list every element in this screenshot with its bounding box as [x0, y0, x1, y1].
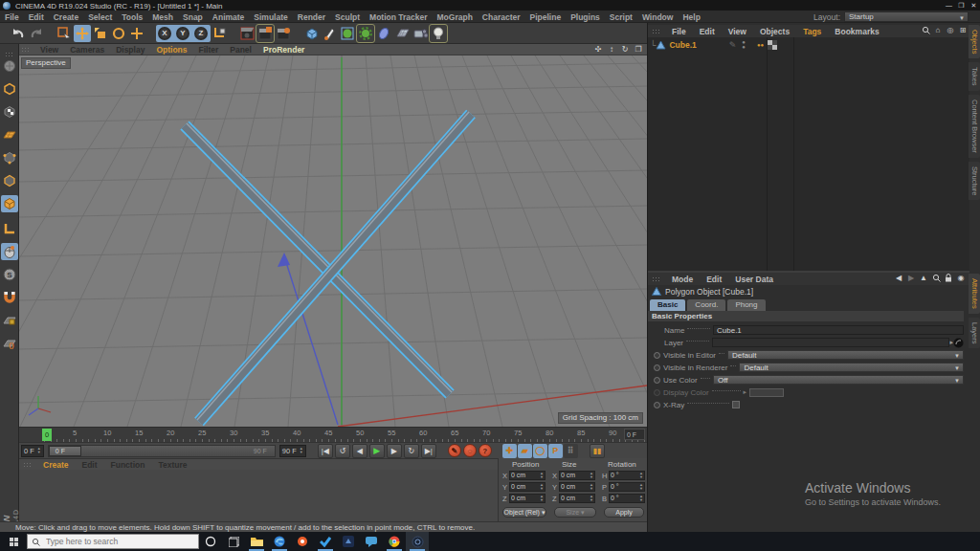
- viewport-menu-view[interactable]: View: [34, 45, 64, 55]
- file-explorer-icon[interactable]: [245, 532, 268, 551]
- viewport-menu-display[interactable]: Display: [110, 45, 150, 55]
- side-tab-objects[interactable]: Objects: [969, 25, 980, 58]
- menu-edit[interactable]: Edit: [24, 11, 49, 24]
- viewport-menu-panel[interactable]: Panel: [224, 45, 257, 55]
- menu-file[interactable]: File: [0, 11, 24, 24]
- name-input[interactable]: [714, 327, 963, 335]
- selection-tag-icon[interactable]: ●●: [757, 42, 764, 48]
- size-mode-dropdown[interactable]: Size ▾: [554, 507, 596, 518]
- layer-field[interactable]: [712, 338, 949, 347]
- lock-workplane-button[interactable]: [1, 312, 18, 329]
- object-tree[interactable]: └ Cube.1 ✎ ●● ●●: [648, 37, 969, 271]
- start-frame-spinner[interactable]: 0 F ▲▼: [21, 445, 44, 457]
- polygon-mode-button[interactable]: [1, 195, 18, 212]
- material-menu-function[interactable]: Function: [104, 460, 152, 470]
- size-x-input[interactable]: [561, 472, 588, 478]
- layer-browser-icon[interactable]: [953, 338, 964, 348]
- visible-editor-dropdown[interactable]: Default▼: [727, 350, 964, 360]
- live-selection-tool[interactable]: [56, 25, 73, 42]
- taskbar-search[interactable]: [27, 534, 199, 549]
- key-rotation-toggle[interactable]: ◯: [533, 444, 547, 458]
- menu-mesh[interactable]: Mesh: [147, 11, 178, 24]
- move-tool[interactable]: [74, 25, 91, 42]
- side-tab-layers[interactable]: Layers: [969, 318, 980, 349]
- pos-y-input[interactable]: [511, 483, 538, 490]
- loop-button[interactable]: ↻: [404, 444, 419, 458]
- autokey-button[interactable]: ◌: [463, 444, 477, 457]
- om-filter-icon[interactable]: ◎: [946, 26, 955, 35]
- make-editable-button[interactable]: [1, 57, 18, 75]
- goto-start-button[interactable]: |◀: [318, 444, 333, 458]
- rot-h-input[interactable]: [611, 472, 637, 478]
- material-menu-create[interactable]: Create: [36, 460, 75, 470]
- object-row-cube1[interactable]: └ Cube.1 ✎ ●● ●●: [650, 39, 777, 51]
- minimize-button[interactable]: —: [943, 0, 955, 11]
- render-to-picture-viewer-button[interactable]: [256, 25, 274, 42]
- add-light-button[interactable]: [430, 25, 447, 42]
- menu-help[interactable]: Help: [678, 11, 704, 24]
- menu-motion-tracker[interactable]: Motion Tracker: [365, 11, 432, 24]
- viewport-menu-filter[interactable]: Filter: [193, 45, 225, 55]
- rot-b-field[interactable]: ▲▼: [609, 494, 645, 503]
- spinner-arrows-icon[interactable]: ▲▼: [300, 447, 303, 454]
- start-button[interactable]: [0, 532, 27, 551]
- add-generator-button[interactable]: [357, 25, 374, 42]
- material-menu-texture[interactable]: Texture: [151, 460, 193, 470]
- x-axis-lock-button[interactable]: X: [156, 25, 173, 42]
- add-cube-primitive-button[interactable]: [302, 25, 320, 42]
- menu-tools[interactable]: Tools: [117, 11, 147, 24]
- viewport-pan-icon[interactable]: ✣: [593, 45, 603, 55]
- animation-dot-icon[interactable]: [654, 377, 660, 384]
- rotate-tool[interactable]: [110, 25, 127, 42]
- om-menu-objects[interactable]: Objects: [753, 27, 796, 36]
- workplane-mode-button[interactable]: [1, 126, 18, 143]
- material-menu-grip[interactable]: [23, 462, 33, 468]
- menu-simulate[interactable]: Simulate: [249, 11, 292, 24]
- maximize-button[interactable]: ❐: [955, 0, 968, 11]
- close-button[interactable]: ✕: [968, 0, 980, 11]
- rot-h-field[interactable]: ▲▼: [609, 471, 645, 480]
- viewport-scene[interactable]: [19, 55, 647, 427]
- tab-coord[interactable]: Coord.: [687, 299, 725, 311]
- om-menu-tags[interactable]: Tags: [796, 27, 828, 36]
- end-frame-spinner[interactable]: 90 F ▲▼: [279, 445, 306, 457]
- spinner-arrows-icon[interactable]: ▲▼: [37, 447, 41, 454]
- rot-b-input[interactable]: [611, 495, 637, 501]
- om-menu-file[interactable]: File: [665, 27, 693, 36]
- viewport-menu-grip[interactable]: [21, 47, 31, 53]
- visible-renderer-dropdown[interactable]: Default▼: [739, 363, 964, 372]
- am-menu-grip[interactable]: [652, 276, 661, 282]
- keyframe-bars-icon[interactable]: ▮▮: [590, 444, 605, 458]
- chat-app-icon[interactable]: [360, 532, 383, 551]
- viewport-menu-cameras[interactable]: Cameras: [64, 45, 110, 55]
- om-menu-edit[interactable]: Edit: [693, 27, 722, 36]
- layout-dropdown[interactable]: Startup ▼: [844, 11, 969, 22]
- viewport-rotate-icon[interactable]: ↻: [620, 45, 630, 55]
- add-subdivision-surface-button[interactable]: [339, 25, 356, 42]
- om-menu-grip[interactable]: [652, 29, 661, 34]
- am-back-icon[interactable]: ◀: [894, 274, 903, 283]
- render-settings-button[interactable]: [275, 25, 292, 42]
- viewport-menu-options[interactable]: Options: [150, 45, 192, 55]
- material-menu-edit[interactable]: Edit: [75, 460, 103, 470]
- lock-icon[interactable]: [944, 274, 953, 283]
- cube-object[interactable]: [185, 112, 471, 422]
- pos-z-field[interactable]: ▲▼: [509, 494, 546, 503]
- tab-basic[interactable]: Basic: [650, 299, 685, 311]
- menu-window[interactable]: Window: [637, 11, 679, 24]
- viewport-solo-button[interactable]: [1, 243, 18, 260]
- key-position-toggle[interactable]: ✚: [502, 444, 517, 458]
- play-button[interactable]: ▶: [369, 444, 385, 458]
- dark-blue-app-icon[interactable]: [337, 532, 360, 551]
- cinema4d-taskbar-icon[interactable]: [406, 532, 429, 551]
- viewport-menu-prorender[interactable]: ProRender: [257, 45, 310, 55]
- om-menu-bookmarks[interactable]: Bookmarks: [828, 27, 885, 36]
- key-pla-toggle[interactable]: ⠿: [564, 444, 578, 458]
- om-panel-icon[interactable]: ⊞: [958, 26, 968, 35]
- visibility-dots-icon[interactable]: ●●: [742, 40, 746, 50]
- task-view-button[interactable]: [222, 532, 245, 551]
- current-frame-marker[interactable]: 0: [42, 429, 52, 441]
- enable-snap-button[interactable]: [1, 289, 18, 306]
- menu-character[interactable]: Character: [478, 11, 525, 24]
- menu-pipeline[interactable]: Pipeline: [525, 11, 567, 24]
